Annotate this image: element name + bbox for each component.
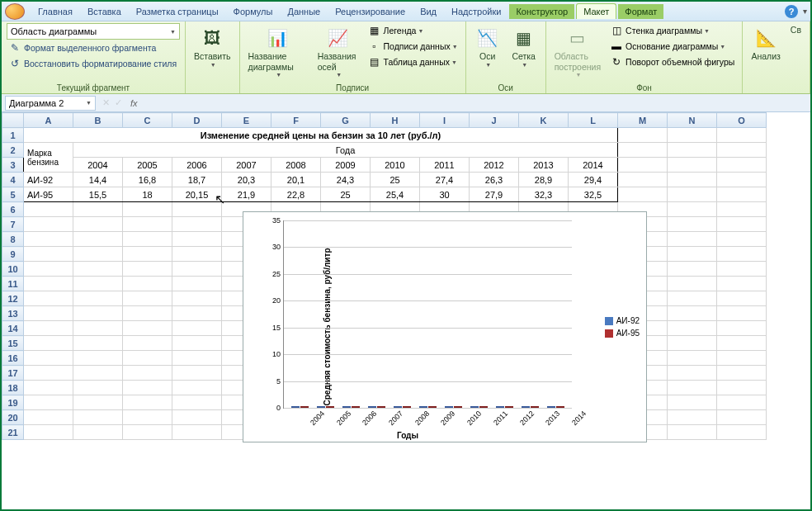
column-header[interactable]: O [717,113,767,128]
cell[interactable] [717,277,767,291]
axis-titles-button[interactable]: 📈 Названия осей ▼ [314,23,362,81]
column-header[interactable]: J [470,113,519,128]
row-header[interactable]: 14 [2,321,24,336]
cell[interactable] [668,291,717,306]
cell[interactable]: 28,9 [519,173,569,187]
cell[interactable] [24,321,73,336]
cell[interactable] [123,366,172,381]
cell[interactable]: 32,3 [519,187,569,202]
cell[interactable] [123,262,172,277]
cell[interactable]: АИ-92 [24,173,73,187]
cell[interactable] [172,321,222,336]
cell[interactable] [172,336,222,351]
cell[interactable]: 2009 [321,158,371,173]
cell[interactable] [717,247,767,262]
plot-area-button[interactable]: ▭Область построения▼ [551,23,604,81]
row-header[interactable]: 7 [2,217,24,232]
cell[interactable]: 26,3 [470,173,519,187]
cell[interactable] [172,232,222,247]
chart-title-button[interactable]: 📊 Название диаграммы ▼ [245,23,311,81]
column-header[interactable]: F [271,113,321,128]
context-tab[interactable]: Формат [618,4,663,19]
name-box[interactable]: Диаграмма 2 ▼ [5,96,96,111]
cell[interactable] [172,217,222,232]
cell[interactable] [123,291,172,306]
cell[interactable]: 2011 [420,158,470,173]
cell[interactable] [717,217,767,232]
legend-item[interactable]: АИ-92 [605,316,640,325]
gridlines-button[interactable]: ▦Сетка▼ [508,23,541,70]
row-header[interactable]: 9 [2,247,24,262]
cell[interactable] [24,217,73,232]
column-header[interactable]: L [569,113,618,128]
chart-floor-button[interactable]: ▬Основание диаграммы▼ [607,39,737,54]
cell[interactable] [172,351,222,366]
row-header[interactable]: 5 [2,187,24,202]
cell[interactable] [123,381,172,395]
chart-wall-button[interactable]: ◫Стенка диаграммы▼ [607,23,737,38]
column-header[interactable]: M [618,113,668,128]
cell[interactable]: 2007 [222,158,271,173]
cell[interactable] [24,291,73,306]
cell[interactable]: 20,3 [222,173,271,187]
cell[interactable] [73,262,123,277]
cell[interactable]: 18 [123,187,172,202]
context-tab[interactable]: Конструктор [509,4,574,19]
cell[interactable] [717,158,767,173]
cell[interactable] [668,425,717,440]
column-header[interactable]: D [172,113,222,128]
cell[interactable]: 22,8 [271,187,321,202]
column-header[interactable]: E [222,113,271,128]
cell[interactable]: 25 [321,187,371,202]
cell[interactable]: 29,4 [569,173,618,187]
cell[interactable]: 2006 [172,158,222,173]
cell[interactable] [24,425,73,440]
cell[interactable] [717,262,767,277]
cell[interactable] [73,306,123,321]
cancel-icon[interactable]: ✕ [102,97,110,108]
cell[interactable] [73,425,123,440]
cell[interactable] [24,381,73,395]
cell[interactable] [717,291,767,306]
cell[interactable] [123,247,172,262]
cell[interactable]: 2004 [73,158,123,173]
cell[interactable]: 18,7 [172,173,222,187]
axes-button[interactable]: 📉Оси▼ [471,23,504,70]
cell[interactable] [123,306,172,321]
column-header[interactable]: I [420,113,470,128]
cell[interactable] [668,351,717,366]
cell[interactable] [668,173,717,187]
cell[interactable] [73,247,123,262]
cell[interactable] [123,410,172,425]
cell[interactable]: Марка бензина [24,143,73,173]
cell[interactable] [668,247,717,262]
cell[interactable]: 2008 [271,158,321,173]
cell[interactable] [73,202,123,217]
cell[interactable] [668,202,717,217]
cell[interactable] [172,262,222,277]
column-header[interactable]: H [371,113,420,128]
column-header[interactable]: K [519,113,569,128]
cell[interactable]: 15,5 [73,187,123,202]
cell[interactable] [73,232,123,247]
cell[interactable] [668,128,717,143]
row-header[interactable]: 2 [2,143,24,158]
column-header[interactable]: N [668,113,717,128]
row-header[interactable]: 20 [2,410,24,425]
cell[interactable]: 2010 [371,158,420,173]
cell[interactable] [172,410,222,425]
cell[interactable] [73,366,123,381]
cell[interactable] [618,187,668,202]
cell[interactable]: 2005 [123,158,172,173]
cell[interactable] [123,321,172,336]
row-header[interactable]: 10 [2,262,24,277]
row-header[interactable]: 15 [2,336,24,351]
row-header[interactable]: 11 [2,277,24,291]
embedded-chart[interactable]: Средняя стоимость бензина, руб/литр 0510… [243,211,647,442]
row-header[interactable]: 4 [2,173,24,187]
cell[interactable] [668,395,717,410]
cell[interactable] [123,336,172,351]
data-labels-button[interactable]: ▫Подписи данных▼ [365,39,460,54]
column-header[interactable]: A [24,113,73,128]
plot-area[interactable]: 0510152025303520042005200620072008200920… [283,220,572,409]
